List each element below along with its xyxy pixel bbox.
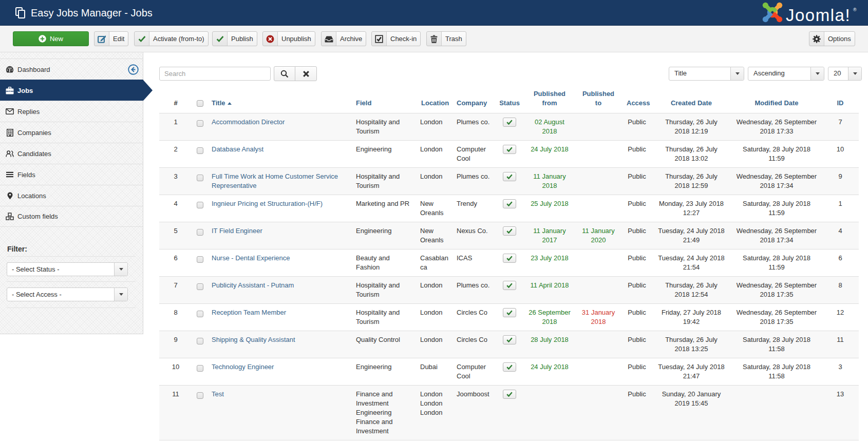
svg-text:®: ®	[853, 7, 857, 12]
svg-text:Joomla!: Joomla!	[786, 6, 851, 25]
